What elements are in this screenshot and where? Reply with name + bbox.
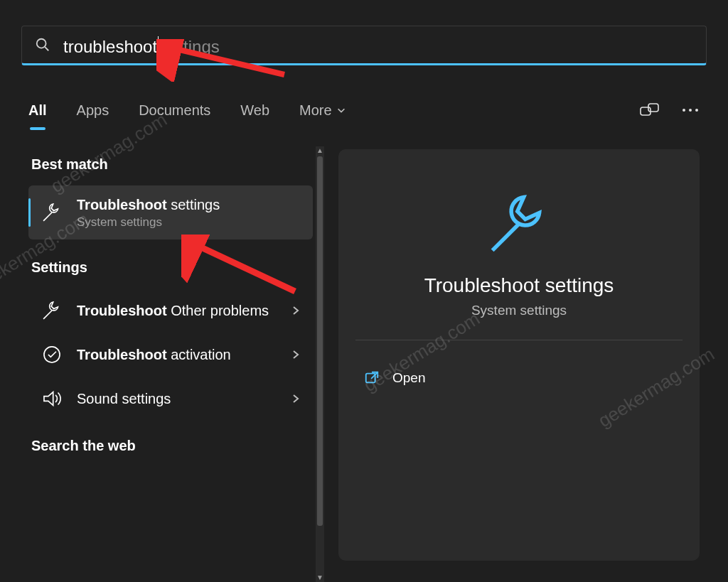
- search-suggestion-text: settings: [161, 38, 220, 55]
- action-open[interactable]: Open: [338, 362, 700, 394]
- search-typed-text: troubleshoot: [63, 38, 157, 55]
- result-title: Troubleshoot activation: [77, 345, 231, 364]
- tab-more-label: More: [299, 102, 332, 119]
- result-title: Troubleshoot settings: [77, 195, 220, 214]
- action-open-label: Open: [392, 370, 425, 386]
- filter-tabs: All Apps Documents Web More: [28, 92, 700, 128]
- tab-all[interactable]: All: [28, 102, 47, 119]
- section-best-match: Best match: [31, 156, 313, 173]
- sound-icon: [40, 387, 64, 411]
- result-troubleshoot-settings[interactable]: Troubleshoot settings System settings: [28, 185, 313, 239]
- scrollbar-thumb[interactable]: [317, 156, 323, 526]
- chat-icon[interactable]: [640, 102, 660, 119]
- tab-documents[interactable]: Documents: [139, 102, 210, 119]
- results-scrollbar[interactable]: ▲ ▼: [316, 146, 324, 582]
- wrench-icon: [40, 298, 64, 323]
- svg-marker-10: [44, 392, 53, 406]
- detail-subtitle: System settings: [338, 303, 700, 318]
- chevron-right-icon: [290, 349, 301, 360]
- svg-line-11: [493, 224, 519, 250]
- chevron-down-icon: [336, 105, 346, 115]
- more-options-icon[interactable]: [681, 107, 700, 114]
- svg-point-9: [44, 347, 60, 362]
- detail-panel: Troubleshoot settings System settings Op…: [338, 149, 700, 561]
- scroll-up-arrow[interactable]: ▲: [316, 146, 324, 155]
- wrench-icon: [480, 185, 558, 263]
- section-search-web: Search the web: [31, 438, 313, 454]
- search-bar[interactable]: troubleshoot settings: [21, 26, 707, 65]
- svg-line-1: [45, 47, 48, 50]
- open-icon: [364, 370, 380, 386]
- svg-point-6: [695, 109, 698, 112]
- text-cursor: [158, 36, 159, 55]
- result-title: Sound settings: [77, 389, 171, 408]
- result-sound-settings[interactable]: Sound settings: [28, 377, 313, 421]
- result-troubleshoot-activation[interactable]: Troubleshoot activation: [28, 333, 313, 377]
- svg-line-7: [43, 212, 52, 221]
- chevron-right-icon: [290, 305, 301, 316]
- detail-title: Troubleshoot settings: [338, 274, 700, 297]
- results-column: Best match Troubleshoot settings System …: [28, 156, 313, 467]
- tab-web[interactable]: Web: [240, 102, 269, 119]
- scroll-down-arrow[interactable]: ▼: [316, 573, 324, 582]
- svg-point-5: [689, 109, 692, 112]
- svg-line-8: [43, 311, 52, 319]
- result-title: Troubleshoot Other problems: [77, 301, 269, 320]
- svg-point-0: [37, 39, 46, 48]
- result-troubleshoot-other-problems[interactable]: Troubleshoot Other problems: [28, 289, 313, 333]
- check-circle-icon: [40, 343, 64, 367]
- divider: [355, 340, 682, 340]
- search-input[interactable]: troubleshoot settings: [63, 34, 220, 55]
- result-subtitle: System settings: [77, 215, 220, 230]
- chevron-right-icon: [290, 393, 301, 404]
- tab-more[interactable]: More: [299, 102, 346, 119]
- tab-apps[interactable]: Apps: [77, 102, 109, 119]
- section-settings: Settings: [31, 259, 313, 276]
- search-icon: [35, 37, 50, 53]
- svg-point-4: [682, 109, 685, 112]
- wrench-icon: [40, 200, 64, 225]
- svg-rect-12: [366, 374, 375, 383]
